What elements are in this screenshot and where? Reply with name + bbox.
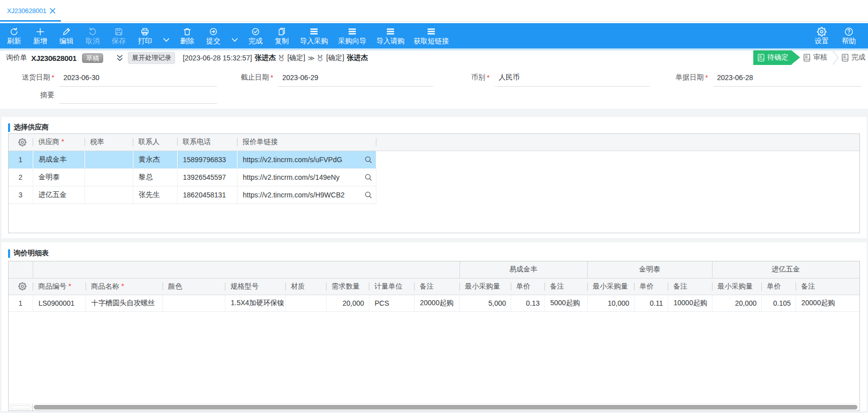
scrollbar-main-thumb[interactable]	[34, 405, 857, 409]
field-input-deadline_date[interactable]: 2023-06-29	[278, 68, 433, 87]
table-header-row: 供应商 *税率联系人联系电话报价单链接	[9, 134, 860, 151]
toolbar-button-5[interactable]: 打印	[132, 23, 158, 48]
column-header-g1-2[interactable]: 备注	[668, 278, 712, 295]
supplier-row[interactable]: 2金明泰黎总13926545597https://v2.tincrm.com/s…	[9, 168, 860, 186]
toolbar-button-2[interactable]: 编辑	[53, 23, 80, 48]
toolbar-button-0[interactable]: 刷新	[1, 23, 27, 48]
cell-phone[interactable]: 13926545597	[177, 168, 237, 186]
expand-process-log-button[interactable]: 展开处理记录	[128, 52, 175, 64]
field-input-doc_date[interactable]: 2023-06-28	[713, 68, 861, 87]
tab-document[interactable]: XJ230628001	[0, 0, 61, 21]
toolbar-button-label: 导入请购	[376, 37, 405, 45]
cell-quote-remark-2[interactable]: 20000起购	[796, 295, 859, 311]
cell-tax-rate[interactable]	[85, 186, 133, 203]
cell-phone[interactable]: 18620458131	[177, 186, 237, 203]
column-header-4[interactable]: 报价单链接	[237, 134, 376, 151]
cell-material[interactable]	[285, 295, 326, 311]
doc-number: XJ230628001	[31, 54, 76, 62]
field-input-delivery_date[interactable]: 2023-06-30	[59, 68, 217, 87]
toolbar-right-button-0[interactable]: 设置	[808, 23, 835, 48]
column-header-4[interactable]: 材质	[285, 278, 326, 295]
toolbar-button-8[interactable]: 完成	[243, 23, 269, 48]
cell-name[interactable]: 十字槽圆头自攻螺丝	[86, 295, 163, 311]
column-header-3[interactable]: 规格型号	[225, 278, 285, 295]
column-header-1[interactable]: 税率	[85, 134, 133, 151]
cell-qty[interactable]: 20,000	[326, 295, 369, 311]
detail-row[interactable]: 1LS0900001十字槽圆头自攻螺丝1.5X4加硬环保镍20,000PCS20…	[9, 295, 860, 311]
column-header-g0-1[interactable]: 单价	[511, 278, 544, 295]
supplier-row[interactable]: 1易成金丰黄永杰15899796833https://v2.tincrm.com…	[9, 151, 860, 168]
cell-quote-link[interactable]: https://v2.tincrm.com/s/uFVPdG	[237, 151, 376, 168]
help-icon	[844, 27, 854, 36]
column-header-3[interactable]: 联系电话	[177, 134, 237, 151]
column-header-g2-2[interactable]: 备注	[796, 278, 859, 295]
chevron-down-icon	[163, 38, 170, 42]
toolbar-button-6[interactable]: 删除	[174, 23, 200, 48]
cell-spec[interactable]: 1.5X4加硬环保镍	[225, 295, 285, 311]
field-input-summary[interactable]	[59, 87, 217, 104]
supplier-row[interactable]: 3进亿五金张先生18620458131https://v2.tincrm.com…	[9, 186, 860, 203]
scrollbar-frozen-thumb[interactable]	[10, 405, 31, 409]
cell-code[interactable]: LS0900001	[33, 295, 86, 311]
field-value: 人民币	[499, 73, 520, 82]
cell-color[interactable]	[163, 295, 225, 311]
cell-quote-link[interactable]: https://v2.tincrm.com/s/149eNy	[237, 168, 376, 186]
cell-tax-rate[interactable]	[85, 151, 133, 168]
cell-unit[interactable]: PCS	[369, 295, 414, 311]
cell-price-1[interactable]: 0.11	[634, 295, 668, 311]
column-header-2[interactable]: 联系人	[133, 134, 177, 151]
column-header-g0-2[interactable]: 备注	[544, 278, 587, 295]
doc-step-icon	[804, 54, 810, 61]
table-settings-header[interactable]	[9, 278, 33, 295]
table-settings-header[interactable]	[9, 134, 33, 151]
tab-close-icon[interactable]	[49, 8, 56, 14]
toolbar-button-10[interactable]: 导入采购	[295, 23, 333, 48]
column-header-7[interactable]: 备注	[414, 278, 459, 295]
cell-price-0[interactable]: 0.13	[511, 295, 544, 311]
process-log-action: [确定]	[326, 53, 344, 62]
cell-moq-1[interactable]: 10,000	[587, 295, 634, 311]
cell-phone[interactable]: 15899796833	[177, 151, 237, 168]
cell-quote-remark-1[interactable]: 10000起购	[668, 295, 712, 311]
cell-tax-rate[interactable]	[85, 168, 133, 186]
column-header-2[interactable]: 颜色	[163, 278, 225, 295]
column-header-g0-0[interactable]: 最小采购量	[459, 278, 511, 295]
toolbar-button-11[interactable]: 采购向导	[333, 23, 371, 48]
search-icon[interactable]	[364, 173, 372, 181]
search-icon[interactable]	[364, 156, 372, 164]
cell-moq-0[interactable]: 5,000	[459, 295, 511, 311]
toolbar-button-12[interactable]: 导入请购	[371, 23, 410, 48]
column-header-5[interactable]: 需求数量	[326, 278, 369, 295]
details-panel: 询价明细表 易成金丰金明泰进亿五金商品编号 *商品名称 *颜色规格型号材质需求数…	[2, 242, 866, 411]
column-header-g1-0[interactable]: 最小采购量	[587, 278, 634, 295]
toolbar-button-1[interactable]: 新增	[27, 23, 53, 48]
cell-quote-remark-0[interactable]: 5000起购	[544, 295, 587, 311]
cell-remark[interactable]: 20000起购	[414, 295, 459, 311]
cell-supplier[interactable]: 易成金丰	[33, 151, 85, 168]
cell-contact[interactable]: 黎总	[133, 168, 177, 186]
toolbar-button-7[interactable]: 提交	[200, 23, 226, 48]
toolbar-dropdown-chevron[interactable]	[226, 23, 243, 48]
cell-quote-link[interactable]: https://v2.tincrm.com/s/H9WCB2	[237, 186, 376, 203]
column-header-1[interactable]: 商品名称 *	[86, 278, 163, 295]
cell-contact[interactable]: 张先生	[133, 186, 177, 203]
cell-price-2[interactable]: 0.105	[761, 295, 796, 311]
search-icon[interactable]	[364, 191, 372, 199]
toolbar-button-13[interactable]: 获取短链接	[410, 23, 453, 48]
cell-contact[interactable]: 黄永杰	[133, 151, 177, 168]
column-header-6[interactable]: 计量单位	[369, 278, 414, 295]
toolbar-dropdown-chevron[interactable]	[158, 23, 174, 48]
toolbar-right-button-1[interactable]: 帮助	[835, 23, 862, 48]
cell-supplier[interactable]: 金明泰	[33, 168, 85, 186]
cell-moq-2[interactable]: 20,000	[712, 295, 761, 311]
column-header-g2-0[interactable]: 最小采购量	[712, 278, 761, 295]
toolbar-button-9[interactable]: 复制	[269, 23, 295, 48]
column-header-g2-1[interactable]: 单价	[761, 278, 796, 295]
field-input-currency[interactable]: 人民币	[495, 68, 650, 87]
expand-collapse-icon[interactable]	[116, 54, 123, 62]
column-header-0[interactable]: 供应商 *	[33, 134, 85, 151]
column-header-0[interactable]: 商品编号 *	[33, 278, 86, 295]
column-header-g1-1[interactable]: 单价	[634, 278, 668, 295]
doc-step-icon	[842, 54, 848, 61]
cell-supplier[interactable]: 进亿五金	[33, 186, 85, 203]
